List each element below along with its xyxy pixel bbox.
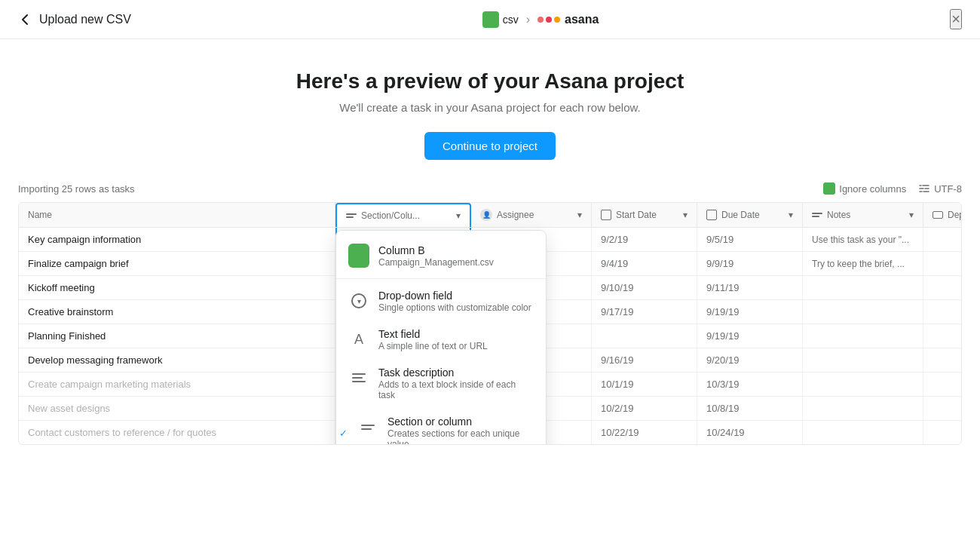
td-dependents-8 (923, 421, 962, 444)
close-button[interactable]: × (950, 9, 962, 29)
td-notes-2 (803, 276, 923, 299)
td-dependents-5 (923, 348, 962, 372)
td-name-1: Finalize campaign brief (19, 252, 335, 275)
encoding-button[interactable]: UTF-8 (918, 182, 962, 195)
dropdown-item-column-b[interactable]: Column B Campaign_Management.csv (336, 237, 546, 275)
th-name-label: Name (28, 210, 52, 220)
td-name-7: New asset designs (19, 397, 335, 420)
column-b-icon (348, 245, 369, 266)
td-notes-8 (803, 421, 923, 444)
assignee-chevron-icon: ▾ (577, 210, 582, 220)
task-description-title: Task description (378, 367, 534, 379)
continue-button[interactable]: Continue to project (424, 132, 556, 160)
td-duedate-5: 9/20/19 (697, 348, 803, 372)
td-duedate-4: 9/19/19 (697, 324, 803, 348)
encoding-icon (918, 182, 930, 195)
task-description-icon (348, 367, 369, 388)
td-notes-6 (803, 373, 923, 396)
td-notes-0: Use this task as your "... (803, 228, 923, 251)
ignore-columns-icon (823, 182, 835, 195)
ignore-columns-label: Ignore columns (839, 183, 906, 195)
th-section-label: Section/Colu... (361, 210, 420, 221)
td-name-6: Create campaign marketing materials (19, 373, 335, 396)
table-header: Name Section/Colu... ▾ 👤 Assignee ▾ Star… (19, 203, 961, 228)
td-dependents-3 (923, 300, 962, 324)
column-b-title: Column B (378, 244, 534, 256)
th-duedate[interactable]: Due Date ▾ (697, 203, 803, 227)
td-duedate-0: 9/5/19 (697, 228, 803, 251)
arrow-icon: › (526, 13, 530, 26)
asana-dots (537, 17, 560, 23)
dot-3 (554, 17, 560, 23)
dropdown-item-task-description[interactable]: Task description Adds to a text block in… (336, 359, 546, 408)
td-startdate-7: 10/2/19 (592, 397, 697, 420)
td-duedate-3: 9/19/19 (697, 300, 803, 324)
td-dependents-7 (923, 397, 962, 420)
td-name-2: Kickoff meeting (19, 276, 335, 299)
assignee-icon: 👤 (480, 209, 492, 221)
section-column-title: Section or column (387, 416, 534, 428)
section-col-icon (346, 213, 357, 218)
td-startdate-2: 9/10/19 (592, 276, 697, 299)
icon-grid (827, 184, 832, 194)
td-startdate-5: 9/16/19 (592, 348, 697, 372)
dropdown-field-title: Drop-down field (378, 290, 534, 302)
startdate-icon (601, 210, 611, 220)
th-startdate-label: Start Date (616, 210, 657, 220)
asana-logo: asana (537, 13, 599, 26)
dependents-icon (933, 211, 943, 219)
task-description-text: Task description Adds to a text block in… (378, 367, 534, 400)
ignore-columns-button[interactable]: Ignore columns (823, 182, 906, 195)
td-startdate-6: 10/1/19 (592, 373, 697, 396)
preview-table: Name Section/Colu... ▾ 👤 Assignee ▾ Star… (18, 202, 962, 445)
td-dependents-6 (923, 373, 962, 396)
hero-title: Here's a preview of your Asana project (18, 69, 962, 94)
hero-section: Here's a preview of your Asana project W… (0, 39, 980, 182)
dot-2 (546, 17, 552, 23)
th-startdate[interactable]: Start Date ▾ (592, 203, 697, 227)
th-section[interactable]: Section/Colu... ▾ (335, 203, 471, 227)
encoding-label: UTF-8 (934, 183, 962, 195)
column-b-desc: Campaign_Management.csv (378, 257, 534, 268)
th-notes-label: Notes (827, 210, 850, 220)
import-info: Importing 25 rows as tasks (18, 183, 135, 195)
table-area: Importing 25 rows as tasks Ignore column… (0, 182, 980, 445)
td-dependents-0 (923, 228, 962, 251)
th-assignee[interactable]: 👤 Assignee ▾ (471, 203, 592, 227)
td-startdate-8: 10/22/19 (592, 421, 697, 444)
td-notes-5 (803, 348, 923, 372)
duedate-icon (706, 210, 717, 220)
td-name-3: Creative brainstorm (19, 300, 335, 324)
dropdown-field-text: Drop-down field Single options with cust… (378, 290, 534, 313)
th-dependents[interactable]: Dependents ▾ (923, 203, 962, 227)
hero-subtitle: We'll create a task in your Asana projec… (18, 101, 962, 114)
duedate-chevron-icon: ▾ (789, 210, 793, 220)
back-button[interactable]: Upload new CSV (18, 12, 131, 27)
section-column-text: Section or column Creates sections for e… (387, 416, 534, 445)
csv-label: csv (503, 14, 519, 26)
dropdown-item-dropdown-field[interactable]: Drop-down field Single options with cust… (336, 282, 546, 321)
upload-label: Upload new CSV (39, 13, 131, 26)
dropdown-divider-1 (336, 278, 546, 279)
td-name-8: Contact customers to reference / for quo… (19, 421, 335, 444)
section-column-desc: Creates sections for each unique value (387, 428, 534, 445)
td-duedate-6: 10/3/19 (697, 373, 803, 396)
startdate-chevron-icon: ▾ (683, 210, 688, 220)
th-duedate-label: Due Date (721, 210, 760, 220)
brand-center: csv › asana (482, 11, 599, 28)
back-arrow-icon (18, 12, 33, 27)
dropdown-item-text-field[interactable]: A Text field A simple line of text or UR… (336, 321, 546, 359)
csv-grid (487, 12, 495, 27)
asana-label: asana (565, 13, 599, 26)
dropdown-item-section-or-column[interactable]: ✓ Section or column Creates sections for… (336, 408, 546, 445)
td-duedate-8: 10/24/19 (697, 421, 803, 444)
th-notes[interactable]: Notes ▾ (803, 203, 923, 227)
td-startdate-3: 9/17/19 (592, 300, 697, 324)
top-bar: Upload new CSV csv › asana × (0, 0, 980, 39)
text-field-title: Text field (378, 328, 534, 340)
notes-icon (812, 213, 822, 217)
task-description-desc: Adds to a text block inside of each task (378, 379, 534, 400)
dot-1 (537, 17, 544, 23)
text-field-desc: A simple line of text or URL (378, 341, 534, 351)
td-name-0: Key campaign information (19, 228, 335, 251)
